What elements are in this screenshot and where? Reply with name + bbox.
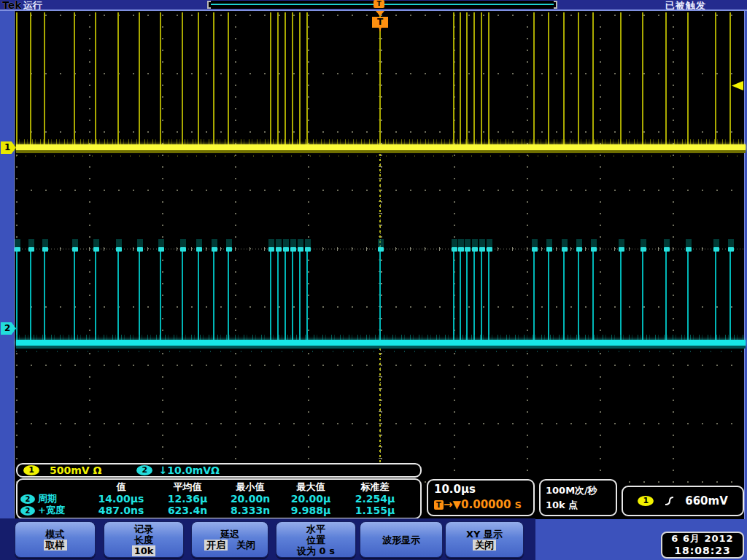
horizontal-scale-value: 10.0µs — [434, 483, 533, 496]
ch2-pulse — [578, 252, 579, 340]
ch1-pulse — [74, 12, 75, 144]
ch2-pulse — [299, 252, 301, 340]
ch1-pulse — [620, 12, 622, 144]
ch1-pulse — [665, 12, 667, 144]
measurement-header: 值 — [88, 481, 155, 494]
ch1-pulse — [729, 12, 731, 144]
ch2-pulse — [160, 252, 161, 340]
softkey-title: 设为 0 s — [297, 545, 335, 556]
date-value: 6 6月 2012 — [662, 533, 743, 545]
softkey-button-6[interactable]: XY 显示关闭 — [445, 521, 524, 558]
ch2-scale-value: ↓10.0mVΩ — [158, 464, 220, 476]
trigger-level-value: 660mV — [685, 494, 728, 508]
measurement-row-label: 2+宽度 — [20, 504, 88, 517]
ch1-pulse — [481, 12, 482, 144]
ch2-pulse — [460, 252, 461, 340]
ch1-noise-dots — [16, 155, 746, 157]
measurement-value: 20.00µ — [280, 493, 341, 505]
record-view-right-bracket — [554, 1, 557, 9]
measurement-header: 平均值 — [155, 481, 220, 494]
softkey-button-2[interactable]: 记录长度10k — [104, 521, 184, 558]
softkey-title: 水平 — [306, 524, 325, 534]
ch1-pulse — [563, 12, 565, 144]
softkey-button-4[interactable]: 水平位置设为 0 s — [276, 521, 356, 558]
ch1-pulse — [592, 12, 594, 144]
ch1-pulse — [270, 12, 271, 144]
ch1-pulse — [642, 12, 643, 144]
measurement-header: 最大值 — [280, 481, 341, 494]
acquisition-readout: 100M次/秒 10k 点 — [539, 479, 617, 516]
ch2-pulse — [687, 252, 689, 340]
ch2-pulse — [563, 252, 565, 340]
ch1-pulse — [379, 12, 381, 144]
measurement-name: +宽度 — [38, 504, 65, 517]
ch2-pulse — [292, 252, 293, 340]
softkey-option[interactable]: 取样 — [44, 540, 67, 551]
ch1-pulse — [578, 12, 579, 144]
ch2-pulse — [533, 252, 535, 340]
ch2-pulse — [74, 252, 75, 340]
ch1-pulse — [198, 12, 199, 144]
ch1-baseline-trace — [16, 144, 746, 150]
softkey-title: 波形显示 — [382, 534, 420, 545]
top-separator — [0, 9, 747, 11]
ch2-pulse — [466, 252, 468, 340]
measurement-value: 9.988µ — [280, 505, 341, 516]
ch1-pulse — [473, 12, 475, 144]
ch2-pulse — [473, 252, 475, 340]
rising-edge-icon — [664, 495, 675, 507]
ch1-pulse — [306, 12, 308, 144]
ch1-pulse — [117, 12, 119, 144]
trigger-readout: 1 660mV — [622, 486, 744, 516]
ch2-pulse — [44, 252, 45, 340]
ch1-pulse — [292, 12, 293, 144]
measurement-value: 8.333n — [220, 505, 280, 516]
measurement-header: 标准差 — [341, 481, 409, 494]
ch2-pulse — [642, 252, 643, 340]
ch1-pulse — [299, 12, 301, 144]
ch2-pulse — [620, 252, 622, 340]
softkey-option[interactable]: 10k — [132, 545, 156, 556]
record-points-value: 10k 点 — [546, 498, 616, 513]
softkey-option[interactable]: 开启 — [204, 540, 228, 551]
delay-trigger-icon: T — [434, 500, 444, 510]
ch1-pulse — [16, 12, 18, 144]
ch2-pulse — [30, 252, 31, 340]
ch1-pulse — [213, 12, 214, 144]
ch1-scale-value: 500mV Ω — [50, 464, 101, 476]
softkey-title: XY 显示 — [466, 529, 503, 540]
ch1-pulse — [548, 12, 549, 144]
ch1-pulse — [453, 12, 454, 144]
measurement-value: 2.254µ — [341, 493, 409, 505]
trigger-arrow-icon — [376, 11, 384, 16]
ch2-pulse — [228, 252, 229, 340]
ch2-pulse — [592, 252, 594, 340]
softkey-title: 记录 — [134, 524, 153, 534]
ch2-pulse — [488, 252, 489, 340]
softkey-button-1[interactable]: 模式取样 — [15, 521, 96, 558]
ch1-pulse — [533, 12, 535, 144]
softkey-button-3[interactable]: 延迟开启关闭 — [191, 521, 268, 558]
record-trigger-marker-icon: T — [374, 0, 384, 8]
ch1-pulse — [460, 12, 461, 144]
ch2-badge: 2 — [20, 494, 35, 504]
ch1-pulse — [715, 12, 716, 144]
ch2-pulse — [182, 252, 183, 340]
ch2-pulse — [95, 252, 96, 340]
measurement-table: 值平均值最小值最大值标准差2周期14.00µs12.36µ20.00n20.00… — [20, 481, 420, 516]
softkey-option[interactable]: 关闭 — [473, 540, 496, 551]
ch2-pulse — [729, 252, 731, 340]
ch1-pulse — [687, 12, 689, 144]
softkey-button-5[interactable]: 波形显示 — [360, 521, 443, 558]
ch2-pulse — [198, 252, 199, 340]
delay-value: →▼0.00000 s — [444, 498, 522, 511]
ch1-pulse — [228, 12, 229, 144]
horizontal-readout: 10.0µs T →▼0.00000 s — [427, 479, 535, 516]
trigger-source-badge: 1 — [638, 496, 654, 506]
softkey-option[interactable]: 关闭 — [236, 540, 255, 551]
ch2-pulse — [277, 252, 279, 340]
ch2-pulse — [548, 252, 549, 340]
measurement-value: 487.0ns — [88, 505, 155, 516]
ch2-baseline-fringe — [16, 346, 746, 349]
measurement-panel: 值平均值最小值最大值标准差2周期14.00µs12.36µ20.00n20.00… — [16, 478, 422, 519]
